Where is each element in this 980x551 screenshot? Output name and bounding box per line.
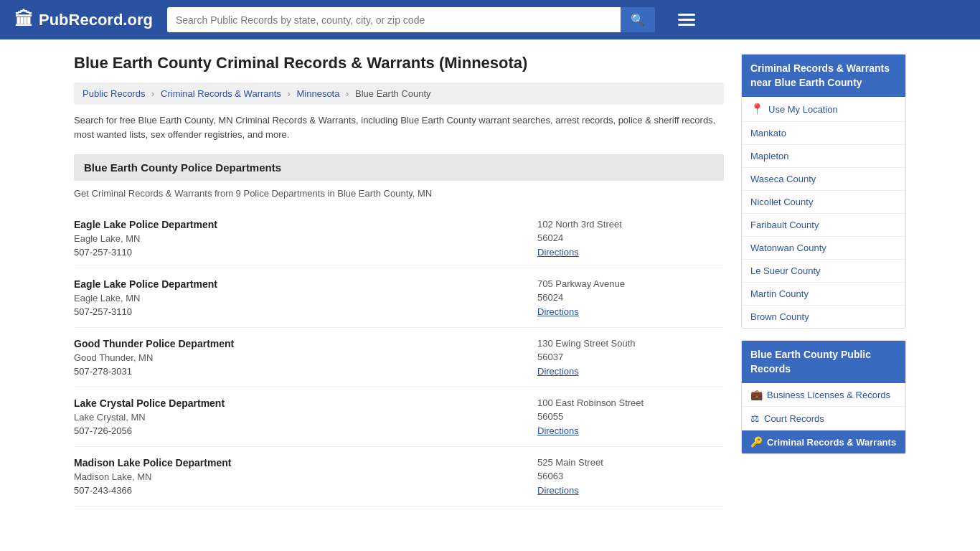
search-bar: 🔍	[167, 7, 655, 32]
directions-link-1[interactable]: Directions	[537, 306, 579, 317]
nearby-location-1[interactable]: Mapleton	[742, 145, 905, 168]
section-description: Get Criminal Records & Warrants from 9 P…	[74, 188, 724, 199]
record-name-3: Lake Crystal Police Department	[74, 397, 537, 409]
breadcrumb-current: Blue Earth County	[355, 88, 431, 99]
record-city-2: Good Thunder, MN	[74, 352, 537, 363]
search-input[interactable]	[167, 7, 621, 32]
menu-line-2	[678, 19, 695, 21]
public-records-item-1[interactable]: ⚖Court Records	[742, 407, 905, 430]
records-list: Eagle Lake Police Department Eagle Lake,…	[74, 209, 724, 507]
record-right-0: 102 North 3rd Street 56024 Directions	[537, 219, 724, 258]
record-name-4: Madison Lake Police Department	[74, 457, 537, 468]
record-address-4: 525 Main Street	[537, 457, 724, 468]
nearby-box: Criminal Records & Warrants near Blue Ea…	[741, 54, 906, 329]
record-entry: Madison Lake Police Department Madison L…	[74, 447, 724, 507]
nearby-locations: MankatoMapletonWaseca CountyNicollet Cou…	[742, 122, 905, 328]
record-entry: Eagle Lake Police Department Eagle Lake,…	[74, 268, 724, 328]
public-records-item-0[interactable]: 💼Business Licenses & Records	[742, 383, 905, 407]
page-description: Search for free Blue Earth County, MN Cr…	[74, 113, 724, 141]
record-name-1: Eagle Lake Police Department	[74, 278, 537, 290]
logo-text: PubRecord.org	[39, 11, 153, 29]
record-phone-4: 507-243-4366	[74, 485, 537, 496]
main-content: Blue Earth County Criminal Records & War…	[74, 54, 724, 507]
pub-records-icon-1: ⚖	[750, 413, 760, 424]
public-records-title: Blue Earth County Public Records	[742, 341, 905, 383]
sidebar: Criminal Records & Warrants near Blue Ea…	[741, 54, 906, 507]
record-phone-3: 507-726-2056	[74, 425, 537, 436]
record-city-3: Lake Crystal, MN	[74, 412, 537, 423]
pub-records-icon-0: 💼	[750, 389, 763, 400]
record-phone-1: 507-257-3110	[74, 306, 537, 317]
nearby-title: Criminal Records & Warrants near Blue Ea…	[742, 55, 905, 97]
nearby-location-0[interactable]: Mankato	[742, 122, 905, 145]
public-records-box: Blue Earth County Public Records 💼Busine…	[741, 340, 906, 454]
record-right-4: 525 Main Street 56063 Directions	[537, 457, 724, 496]
record-city-1: Eagle Lake, MN	[74, 293, 537, 303]
record-right-2: 130 Ewing Street South 56037 Directions	[537, 338, 724, 377]
record-zip-4: 56063	[537, 471, 724, 481]
directions-link-0[interactable]: Directions	[537, 247, 579, 258]
use-my-location-label: Use My Location	[768, 104, 838, 115]
record-name-2: Good Thunder Police Department	[74, 338, 537, 349]
record-phone-2: 507-278-3031	[74, 366, 537, 377]
breadcrumb-minnesota[interactable]: Minnesota	[296, 88, 339, 99]
breadcrumb-public-records[interactable]: Public Records	[83, 88, 145, 99]
record-address-0: 102 North 3rd Street	[537, 219, 724, 230]
search-button[interactable]: 🔍	[621, 7, 655, 32]
pub-records-label-0: Business Licenses & Records	[767, 390, 890, 400]
nearby-location-7[interactable]: Martin County	[742, 283, 905, 306]
menu-line-3	[678, 24, 695, 26]
record-entry: Eagle Lake Police Department Eagle Lake,…	[74, 209, 724, 268]
pub-records-label-2: Criminal Records & Warrants	[767, 437, 896, 448]
record-city-0: Eagle Lake, MN	[74, 233, 537, 244]
breadcrumb-sep-3: ›	[346, 88, 349, 99]
record-left-1: Eagle Lake Police Department Eagle Lake,…	[74, 278, 537, 317]
location-icon: 📍	[750, 103, 764, 116]
nearby-content: 📍 Use My Location MankatoMapletonWaseca …	[742, 97, 905, 328]
record-phone-0: 507-257-3110	[74, 247, 537, 258]
nearby-location-3[interactable]: Nicollet County	[742, 191, 905, 214]
record-left-2: Good Thunder Police Department Good Thun…	[74, 338, 537, 377]
directions-link-4[interactable]: Directions	[537, 485, 579, 496]
record-address-2: 130 Ewing Street South	[537, 338, 724, 349]
menu-line-1	[678, 14, 695, 16]
record-left-3: Lake Crystal Police Department Lake Crys…	[74, 397, 537, 436]
breadcrumb: Public Records › Criminal Records & Warr…	[74, 83, 724, 105]
pub-records-icon-2: 🔑	[750, 436, 763, 448]
record-city-4: Madison Lake, MN	[74, 471, 537, 482]
record-zip-3: 56055	[537, 411, 724, 422]
record-entry: Good Thunder Police Department Good Thun…	[74, 328, 724, 387]
record-zip-0: 56024	[537, 232, 724, 243]
breadcrumb-sep-1: ›	[151, 88, 154, 99]
record-name-0: Eagle Lake Police Department	[74, 219, 537, 230]
public-records-item-2[interactable]: 🔑Criminal Records & Warrants	[742, 430, 905, 453]
nearby-location-2[interactable]: Waseca County	[742, 168, 905, 191]
record-zip-1: 56024	[537, 292, 724, 303]
site-header: 🏛 PubRecord.org 🔍	[0, 0, 980, 39]
record-address-3: 100 East Robinson Street	[537, 397, 724, 408]
record-right-3: 100 East Robinson Street 56055 Direction…	[537, 397, 724, 436]
nearby-location-6[interactable]: Le Sueur County	[742, 260, 905, 283]
use-my-location[interactable]: 📍 Use My Location	[742, 97, 905, 122]
directions-link-2[interactable]: Directions	[537, 366, 579, 377]
pub-records-label-1: Court Records	[764, 413, 824, 424]
breadcrumb-sep-2: ›	[288, 88, 291, 99]
record-right-1: 705 Parkway Avenue 56024 Directions	[537, 278, 724, 317]
public-records-content: 💼Business Licenses & Records⚖Court Recor…	[742, 383, 905, 453]
main-container: Blue Earth County Criminal Records & War…	[60, 39, 920, 521]
site-logo[interactable]: 🏛 PubRecord.org	[14, 9, 153, 31]
record-left-4: Madison Lake Police Department Madison L…	[74, 457, 537, 496]
nearby-location-8[interactable]: Brown County	[742, 306, 905, 328]
section-header: Blue Earth County Police Departments	[74, 154, 724, 181]
record-address-1: 705 Parkway Avenue	[537, 278, 724, 289]
menu-button[interactable]	[675, 11, 698, 29]
logo-icon: 🏛	[14, 9, 33, 31]
breadcrumb-criminal-records[interactable]: Criminal Records & Warrants	[161, 88, 281, 99]
page-title: Blue Earth County Criminal Records & War…	[74, 54, 724, 72]
directions-link-3[interactable]: Directions	[537, 425, 579, 436]
nearby-location-5[interactable]: Watonwan County	[742, 237, 905, 260]
search-icon: 🔍	[631, 14, 645, 26]
nearby-location-4[interactable]: Faribault County	[742, 214, 905, 237]
record-zip-2: 56037	[537, 352, 724, 362]
record-entry: Lake Crystal Police Department Lake Crys…	[74, 387, 724, 447]
